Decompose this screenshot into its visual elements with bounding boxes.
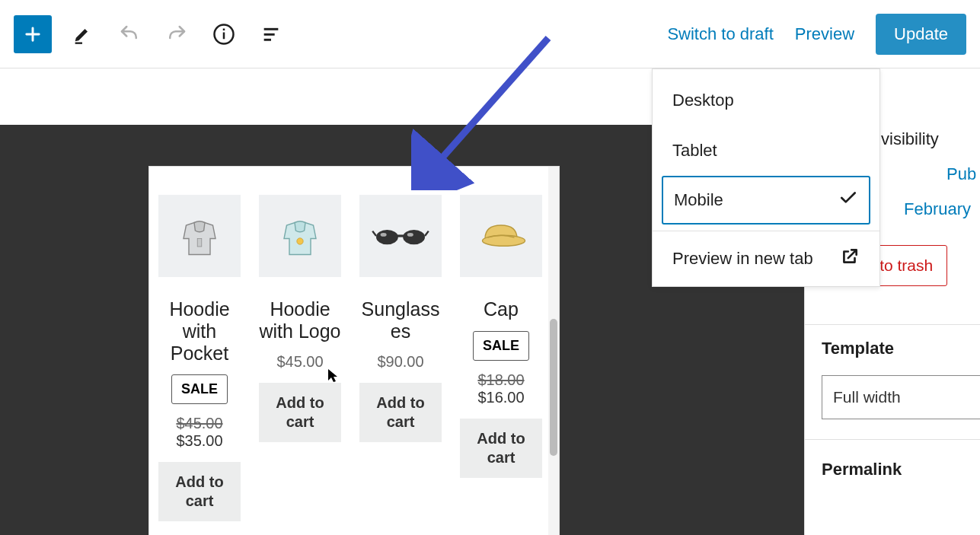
product-price: $45.00 [276, 353, 323, 371]
preview-option-mobile[interactable]: Mobile [662, 176, 870, 225]
redo-button[interactable] [160, 18, 193, 51]
add-block-button[interactable] [14, 15, 52, 53]
svg-point-12 [381, 233, 387, 237]
product-price: $18.00 $16.00 [460, 371, 542, 406]
product-card: Hoodie with Logo $45.00 Add to cart [259, 195, 341, 521]
preview-content: Hoodie with Pocket SALE $45.00 $35.00 Ad… [149, 167, 548, 535]
svg-point-8 [297, 238, 303, 244]
document-outline-button[interactable] [254, 18, 288, 51]
product-price: $45.00 $35.00 [158, 415, 241, 450]
svg-rect-6 [264, 38, 271, 40]
product-grid: Hoodie with Pocket SALE $45.00 $35.00 Ad… [158, 195, 539, 521]
new-price: $35.00 [176, 432, 222, 449]
old-price: $18.00 [477, 371, 524, 388]
product-title: Hoodie with Logo [259, 298, 341, 342]
svg-point-10 [403, 230, 425, 244]
scrollbar-thumb[interactable] [550, 319, 557, 456]
preview-option-label: Desktop [672, 91, 734, 110]
svg-point-9 [376, 230, 398, 244]
preview-scrollbar[interactable] [548, 167, 559, 535]
external-link-icon [840, 247, 860, 271]
product-card: Sunglasses $90.00 Add to cart [359, 195, 442, 521]
product-image[interactable] [460, 195, 542, 277]
svg-rect-0 [75, 42, 82, 43]
toolbar-right-group: Switch to draft Preview Update [667, 14, 966, 55]
template-section-label: Template [805, 325, 980, 363]
update-button[interactable]: Update [876, 14, 966, 55]
check-icon [838, 188, 858, 212]
editor-toolbar: Switch to draft Preview Update [0, 0, 980, 68]
preview-option-tablet[interactable]: Tablet [653, 126, 879, 176]
svg-rect-7 [197, 239, 202, 247]
preview-option-label: Mobile [674, 190, 723, 210]
product-card: Hoodie with Pocket SALE $45.00 $35.00 Ad… [158, 195, 241, 521]
svg-rect-4 [264, 27, 279, 30]
new-price: $16.00 [477, 389, 524, 406]
add-to-cart-button[interactable]: Add to cart [359, 383, 442, 442]
product-image[interactable] [158, 195, 241, 277]
sale-badge: SALE [171, 374, 228, 404]
old-price: $45.00 [176, 415, 222, 432]
preview-option-desktop[interactable]: Desktop [653, 75, 879, 126]
product-price: $90.00 [377, 353, 423, 371]
svg-rect-3 [223, 28, 225, 30]
document-info-button[interactable] [207, 18, 241, 51]
product-title: Sunglasses [359, 298, 442, 342]
preview-option-label: Tablet [672, 141, 717, 161]
add-to-cart-button[interactable]: Add to cart [259, 383, 341, 442]
switch-to-draft-button[interactable]: Switch to draft [667, 24, 773, 44]
svg-rect-5 [264, 33, 275, 35]
product-image[interactable] [359, 195, 442, 277]
add-to-cart-button[interactable]: Add to cart [460, 419, 542, 478]
svg-rect-2 [223, 32, 225, 39]
edit-mode-button[interactable] [65, 18, 99, 51]
product-title: Cap [484, 298, 519, 320]
preview-button[interactable]: Preview [795, 24, 854, 44]
undo-button[interactable] [113, 18, 146, 51]
preview-dropdown-menu: Desktop Tablet Mobile Preview in new tab [652, 68, 880, 287]
template-select[interactable]: Full width [822, 375, 980, 419]
sale-badge: SALE [473, 331, 529, 361]
svg-rect-11 [397, 234, 404, 237]
toolbar-left-group [14, 15, 288, 53]
permalink-section-label: Permalink [805, 440, 980, 484]
product-title: Hoodie with Pocket [158, 298, 241, 364]
add-to-cart-button[interactable]: Add to cart [158, 462, 241, 521]
mobile-preview-frame: Hoodie with Pocket SALE $45.00 $35.00 Ad… [148, 166, 560, 535]
preview-option-label: Preview in new tab [672, 249, 813, 269]
svg-point-13 [407, 233, 413, 237]
preview-new-tab-button[interactable]: Preview in new tab [653, 231, 879, 286]
product-card: Cap SALE $18.00 $16.00 Add to cart [460, 195, 542, 521]
product-image[interactable] [259, 195, 341, 277]
